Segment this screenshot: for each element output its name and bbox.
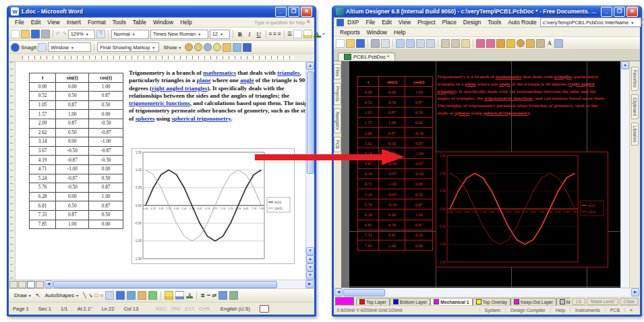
arrow-style-icon[interactable]: ⇄ — [212, 292, 217, 299]
prev-page-icon[interactable]: ▲ — [306, 255, 314, 263]
zoom-combo[interactable]: 129% — [68, 30, 95, 39]
hyperlink[interactable]: triangles — [277, 69, 300, 76]
pcb-chart-object[interactable]: 1.501.000.500.00-0.50-1.00-1.500.000.521… — [436, 152, 608, 267]
markup-state-combo[interactable]: Final Showing Markup — [97, 42, 159, 52]
reject-change-icon[interactable] — [223, 43, 231, 52]
word-chart-object[interactable]: 1.501.000.500.00-0.50-1.00-1.500.000.521… — [131, 148, 295, 264]
zoom-area-icon[interactable] — [406, 39, 415, 48]
bold-button[interactable]: B — [236, 31, 244, 38]
italic-button[interactable]: I — [245, 31, 254, 38]
alt-save-icon[interactable] — [356, 39, 365, 48]
copy-icon[interactable] — [451, 39, 460, 48]
pcb-paragraph[interactable]: Trigonometry is a branch of mathematics … — [437, 73, 607, 117]
hyperlink[interactable]: trigonometric functions — [484, 96, 533, 101]
place-component-icon[interactable] — [536, 39, 545, 48]
highlight-icon[interactable] — [303, 30, 312, 38]
left-panel-tab-projects[interactable]: Projects — [334, 83, 341, 105]
alt-hscroll-left-icon[interactable]: ◀ — [334, 288, 343, 296]
hyperlink[interactable]: plane — [465, 82, 476, 87]
altium-menu-design[interactable]: Design — [460, 18, 484, 26]
line-color-icon[interactable] — [175, 291, 184, 300]
hyperlink[interactable]: angle — [499, 82, 510, 87]
hyperlink[interactable]: mathematics — [203, 69, 236, 76]
word-menu-help[interactable]: Help — [177, 18, 195, 26]
panel-button-system[interactable]: System — [479, 308, 505, 313]
insert-comment-icon[interactable] — [185, 43, 193, 51]
word-menu-format[interactable]: Format — [84, 18, 109, 26]
layer-tab-top-layer[interactable]: Top Layer — [356, 298, 390, 305]
oval-icon[interactable]: ○ — [100, 292, 103, 299]
new-document-icon[interactable] — [11, 30, 20, 38]
word-menu-file[interactable]: File — [11, 18, 28, 26]
word-menu-view[interactable]: View — [44, 18, 63, 26]
diagram-icon[interactable] — [127, 291, 136, 300]
panel-button-instruments[interactable]: Instruments — [570, 308, 605, 313]
right-panel-tab-favorites[interactable]: Favorites — [631, 67, 639, 91]
alt-close-button[interactable]: ✕ — [626, 7, 638, 17]
word-status-1-1[interactable]: 1/1 — [61, 306, 67, 312]
clip-art-icon[interactable] — [138, 291, 146, 300]
pcb-canvas[interactable]: tsin(t)cos(t)0.000.001.000.520.500.871.0… — [341, 61, 620, 288]
altium-horizontal-scrollbar[interactable]: ◀ ▶ — [334, 288, 640, 296]
outline-view-button[interactable] — [36, 281, 44, 288]
back-nav-icon[interactable] — [641, 18, 644, 26]
hscroll-thumb[interactable] — [53, 281, 277, 288]
prev-change-icon[interactable] — [194, 43, 202, 51]
altium-titlebar[interactable]: Altium Designer 6.8 (Internal Build 9050… — [334, 5, 640, 18]
altium-menu-tools[interactable]: Tools — [484, 18, 504, 26]
panel-button-design-compiler[interactable]: Design Compiler — [505, 308, 550, 313]
altium-menu-auto-route[interactable]: Auto Route — [504, 18, 540, 26]
autoshapes-menu-button[interactable]: AutoShapes — [42, 291, 81, 300]
scroll-up-icon[interactable]: ▲ — [306, 62, 314, 70]
layer-tab-bottom-layer[interactable]: Bottom Layer — [390, 298, 430, 305]
underline-button[interactable]: U — [255, 31, 263, 38]
current-layer-swatch[interactable] — [335, 297, 354, 305]
layer-button-mask-level[interactable]: Mask Level — [587, 298, 618, 305]
layer-tab-top-overlay[interactable]: Top Overlay — [473, 298, 510, 305]
left-panel-tab-navigator[interactable]: Navigator — [334, 108, 341, 133]
alt-hscroll-thumb[interactable] — [343, 289, 385, 296]
snagit-settings-icon[interactable] — [38, 43, 47, 52]
dash-style-icon[interactable]: ┅ — [207, 292, 210, 299]
hyperlink[interactable]: spheres — [136, 115, 155, 122]
threed-style-icon[interactable] — [229, 291, 238, 300]
layer-tab-mechanical-1[interactable]: Mechanical 1 — [430, 298, 472, 305]
hyperlink[interactable]: trigonometric functions — [129, 100, 190, 106]
right-panel-tab-libraries[interactable]: Libraries — [631, 123, 639, 146]
layer-tab-keep-out-layer[interactable]: Keep-Out Layer — [510, 298, 556, 305]
place-arc-icon[interactable] — [506, 39, 515, 48]
word-menu-insert[interactable]: Insert — [63, 18, 84, 26]
alt-print-icon[interactable] — [371, 39, 380, 48]
horizontal-ruler[interactable] — [9, 54, 314, 62]
word-vertical-scrollbar[interactable]: ▲ ▼ ▲ ● ▼ — [305, 62, 314, 280]
alt-new-icon[interactable] — [336, 39, 345, 48]
show-menu-button[interactable]: Show — [160, 43, 183, 52]
draw-font-color-icon[interactable]: A — [186, 292, 193, 298]
hyperlink[interactable]: spherical trigonometry — [483, 110, 529, 116]
word-menu-window[interactable]: Window — [150, 18, 177, 26]
numbered-list-icon[interactable]: ☰ — [287, 30, 292, 38]
toolbar-overflow-icon[interactable]: » — [322, 30, 325, 38]
hyperlink[interactable]: angle — [240, 77, 254, 84]
insert-picture-icon[interactable] — [148, 291, 157, 300]
word-status-at-2-1-[interactable]: At 2.1" — [77, 306, 92, 312]
menubar-close-icon[interactable]: ✕ — [305, 18, 312, 27]
hyperlink[interactable]: right angled triangles — [152, 85, 208, 92]
arrow-icon[interactable]: ↘ — [88, 292, 93, 299]
hscroll-right-icon[interactable]: ▶ — [305, 280, 314, 288]
line-icon[interactable]: ╲ — [83, 292, 86, 299]
panel-button-help[interactable]: Help — [550, 308, 570, 313]
fill-color-icon[interactable] — [165, 291, 173, 300]
altium-menu2-help[interactable]: Help — [390, 28, 409, 36]
select-objects-icon[interactable]: ↖ — [36, 292, 40, 299]
alt-minimize-button[interactable]: _ — [601, 7, 612, 17]
track-changes-icon[interactable] — [233, 43, 241, 52]
word-status-dim-trk[interactable]: TRK — [171, 306, 181, 312]
hyperlink[interactable]: spherical trigonometry — [172, 115, 231, 122]
style-combo[interactable]: Normal — [111, 30, 149, 39]
vertical-ruler[interactable] — [9, 62, 16, 280]
altium-menu2-reports[interactable]: Reports — [336, 28, 363, 36]
hyperlink[interactable]: mathematics — [496, 74, 522, 79]
align-left-icon[interactable]: ≡ — [269, 30, 272, 38]
place-fill-icon[interactable] — [517, 39, 525, 47]
